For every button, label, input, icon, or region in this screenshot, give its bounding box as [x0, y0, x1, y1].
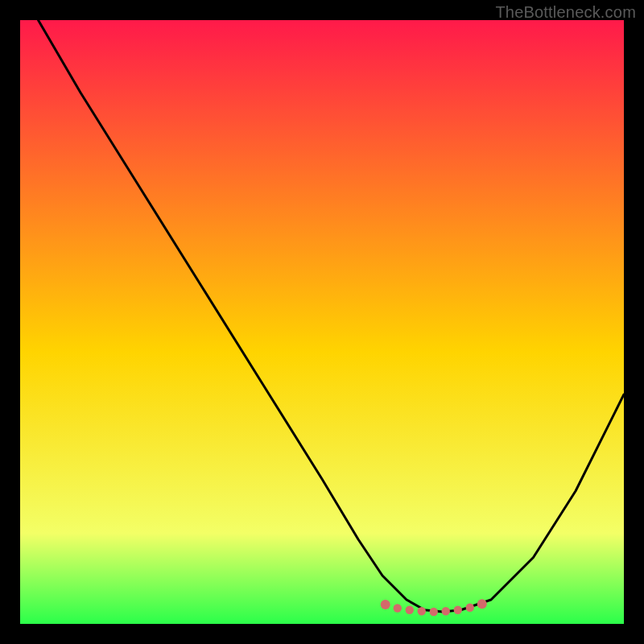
chart-svg [20, 20, 624, 624]
optimal-point [381, 600, 390, 609]
gradient-background [20, 20, 624, 624]
optimal-point [466, 604, 474, 612]
optimal-point [406, 606, 414, 614]
optimal-point [394, 604, 402, 612]
chart-container: TheBottleneck.com [0, 0, 644, 644]
watermark-text: TheBottleneck.com [495, 3, 636, 22]
optimal-point [430, 608, 438, 616]
optimal-point [418, 607, 426, 615]
optimal-point [454, 606, 462, 614]
plot-area [20, 20, 624, 624]
optimal-point [477, 599, 487, 609]
optimal-point [442, 607, 450, 615]
